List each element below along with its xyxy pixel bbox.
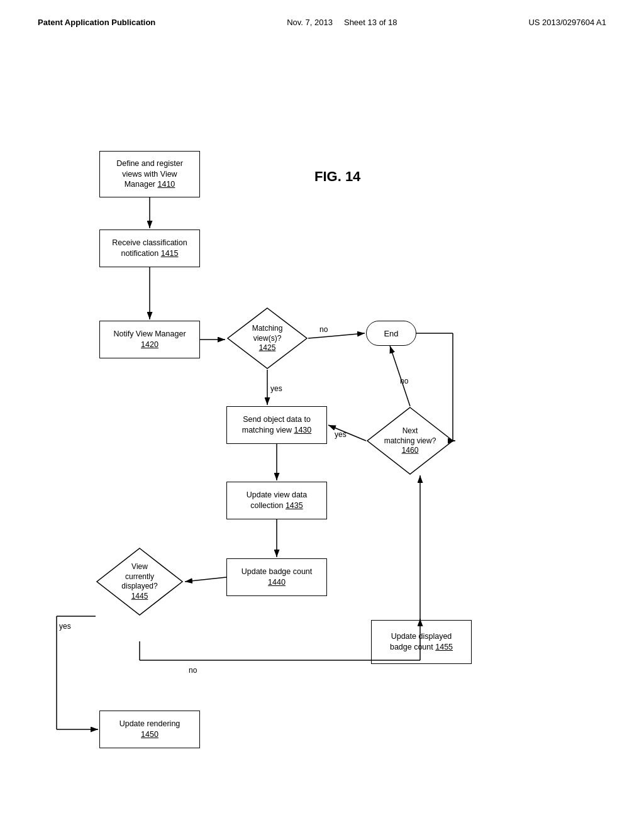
- svg-text:no: no: [400, 377, 409, 385]
- header: Patent Application Publication Nov. 7, 2…: [0, 0, 644, 27]
- svg-text:yes: yes: [335, 430, 347, 439]
- svg-text:no: no: [319, 325, 328, 334]
- arrows-svg: no yes yes no yes no: [0, 75, 644, 817]
- svg-line-23: [328, 425, 366, 441]
- svg-line-7: [308, 333, 365, 338]
- svg-line-25: [390, 346, 410, 406]
- header-right: US 2013/0297604 A1: [528, 18, 606, 27]
- header-date: Nov. 7, 2013 Sheet 13 of 18: [287, 18, 397, 27]
- box-1435: Update view datacollection 1435: [226, 482, 327, 519]
- header-left: Patent Application Publication: [38, 18, 155, 27]
- diamond-1460: Nextmatching view?1460: [366, 406, 454, 475]
- diamond-1445: Viewcurrentlydisplayed?1445: [96, 547, 184, 616]
- box-1420: Notify View Manager1420: [99, 321, 200, 358]
- box-1415: Receive classificationnotification 1415: [99, 230, 200, 267]
- svg-text:yes: yes: [270, 384, 282, 393]
- diamond-1425: Matchingview(s)?1425: [226, 307, 308, 370]
- box-1440: Update badge count1440: [226, 558, 327, 596]
- svg-text:no: no: [189, 666, 197, 675]
- svg-text:yes: yes: [59, 622, 71, 631]
- box-1430: Send object data tomatching view 1430: [226, 406, 327, 444]
- diagram: FIG. 14 Define and registerviews with Vi…: [0, 75, 644, 817]
- box-1450: Update rendering1450: [99, 711, 200, 748]
- box-1410: Define and registerviews with ViewManage…: [99, 151, 200, 197]
- svg-line-13: [185, 577, 226, 582]
- box-1455: Update displayedbadge count 1455: [371, 620, 472, 664]
- end-box: End: [366, 321, 416, 346]
- fig-label: FIG. 14: [314, 169, 360, 185]
